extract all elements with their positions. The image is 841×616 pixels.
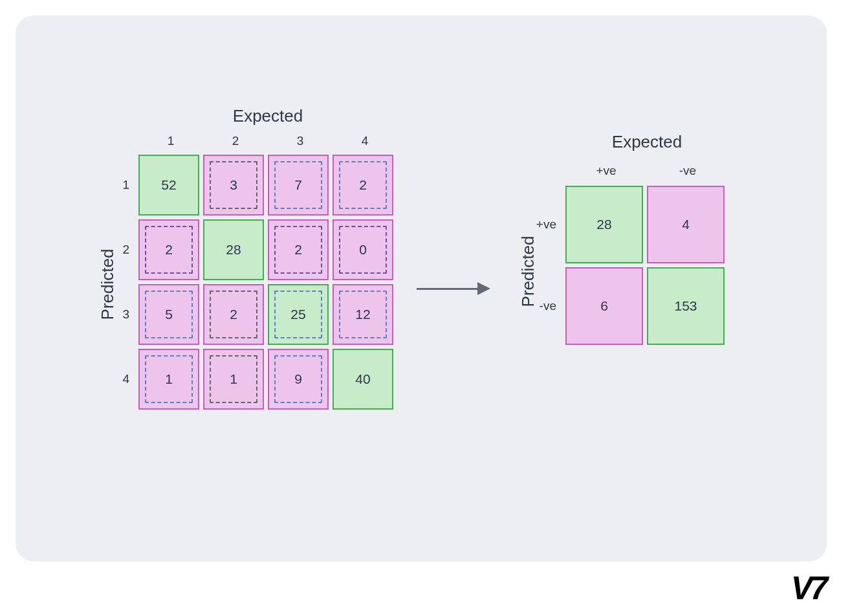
matrix-grid: 1523722228203522512411940 <box>100 155 397 410</box>
dashed-overlay <box>210 355 257 403</box>
matrix-cell: 28 <box>565 186 643 263</box>
matrix-cell: 1 <box>138 349 199 410</box>
dashed-overlay <box>339 291 387 338</box>
diagram-canvas: Expected 1 2 3 4 Predicted 1523722228203… <box>16 16 827 562</box>
x-axis-title: Expected <box>138 106 397 126</box>
x-axis-title: Expected <box>565 132 728 152</box>
dashed-overlay <box>210 291 257 338</box>
dashed-overlay <box>274 226 322 274</box>
matrix-cell: 4 <box>647 186 725 263</box>
matrix-cell: 153 <box>647 267 725 345</box>
matrix-cell: 6 <box>565 267 643 345</box>
dashed-overlay <box>339 161 387 209</box>
matrix-cell: 2 <box>333 155 393 215</box>
matrix-cell: 2 <box>138 219 199 280</box>
dashed-overlay <box>274 355 322 403</box>
matrix-cell: 1 <box>203 349 264 410</box>
matrix-cell: 9 <box>268 349 329 410</box>
col-header: -ve <box>647 164 728 178</box>
arrow-right-icon <box>417 282 494 295</box>
col-header: 3 <box>268 134 333 148</box>
row-header: 4 <box>100 372 138 386</box>
matrix-cell: 28 <box>203 219 264 280</box>
matrix-cell: 52 <box>138 155 199 215</box>
matrix-grid: +ve284-ve6153 <box>527 186 728 345</box>
matrix-cell: 2 <box>268 219 329 280</box>
dashed-overlay <box>145 291 193 338</box>
matrix-cell: 40 <box>333 349 393 410</box>
matrix-cell: 3 <box>203 155 264 215</box>
col-header: +ve <box>565 164 647 178</box>
dashed-overlay <box>274 291 322 338</box>
dashed-overlay <box>274 161 322 209</box>
y-axis-title: Predicted <box>518 236 538 307</box>
matrix-cell: 5 <box>138 284 199 345</box>
col-header: 2 <box>203 134 268 148</box>
dashed-overlay <box>339 226 387 274</box>
y-axis-title: Predicted <box>98 249 118 320</box>
matrix-cell: 2 <box>203 284 264 345</box>
dashed-overlay <box>210 161 257 209</box>
matrix-cell: 7 <box>268 155 329 215</box>
matrix-cell: 12 <box>333 284 393 345</box>
col-header: 1 <box>138 134 203 148</box>
col-header: 4 <box>333 134 397 148</box>
matrix-cell: 25 <box>268 284 329 345</box>
matrix-cell: 0 <box>333 219 393 280</box>
dashed-overlay <box>145 355 193 403</box>
brand-logo: V7 <box>791 569 825 607</box>
row-header: 1 <box>100 178 138 192</box>
dashed-overlay <box>145 226 193 274</box>
confusion-matrix-2x2: Expected +ve -ve Predicted +ve284-ve6153 <box>527 132 728 349</box>
row-header: +ve <box>527 217 565 232</box>
confusion-matrix-4x4: Expected 1 2 3 4 Predicted 1523722228203… <box>100 106 397 413</box>
